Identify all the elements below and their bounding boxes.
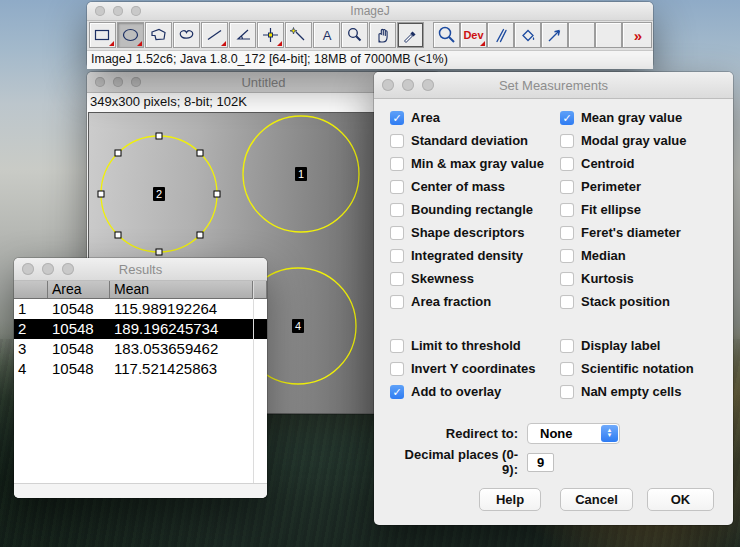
- checkbox-min-max-gray-value[interactable]: Min & max gray value: [390, 152, 560, 175]
- checkbox[interactable]: [560, 385, 574, 399]
- zoom-button[interactable]: [422, 79, 434, 91]
- checkbox-area[interactable]: Area: [390, 106, 560, 129]
- dropper-tool-button[interactable]: [397, 22, 424, 48]
- checkbox-center-of-mass[interactable]: Center of mass: [390, 175, 560, 198]
- checkbox-limit-to-threshold[interactable]: Limit to threshold: [390, 334, 560, 357]
- cell-area: 10548: [48, 339, 110, 359]
- freehand-tool-button[interactable]: [173, 22, 200, 48]
- point-tool-button[interactable]: [257, 22, 284, 48]
- checkbox-skewness[interactable]: Skewness: [390, 267, 560, 290]
- checkbox-kurtosis[interactable]: Kurtosis: [560, 267, 725, 290]
- bucket-tool-button[interactable]: [514, 22, 541, 48]
- checkbox[interactable]: [390, 339, 404, 353]
- checkbox[interactable]: [560, 272, 574, 286]
- checkbox-median[interactable]: Median: [560, 244, 725, 267]
- magnifier-icon: [345, 26, 365, 44]
- cell-mean: 117.521425863: [110, 359, 253, 379]
- checkbox[interactable]: [560, 226, 574, 240]
- dialog-titlebar[interactable]: Set Measurements: [374, 72, 733, 99]
- checkbox[interactable]: [560, 249, 574, 263]
- checkbox-bounding-rectangle[interactable]: Bounding rectangle: [390, 198, 560, 221]
- help-button[interactable]: Help: [479, 488, 541, 511]
- column-header-index[interactable]: [14, 281, 48, 298]
- checkbox[interactable]: [560, 134, 574, 148]
- checkbox[interactable]: [390, 362, 404, 376]
- redirect-select[interactable]: None ▲▼: [527, 423, 620, 444]
- minimize-button[interactable]: [42, 263, 54, 275]
- results-titlebar[interactable]: Results: [14, 258, 267, 281]
- polygon-tool-button[interactable]: [145, 22, 172, 48]
- more-tools-button[interactable]: »: [622, 22, 652, 48]
- minimize-button[interactable]: [113, 77, 123, 87]
- checkbox-mean-gray-value[interactable]: Mean gray value: [560, 106, 725, 129]
- ok-button[interactable]: OK: [647, 488, 714, 511]
- zoom-button[interactable]: [131, 77, 141, 87]
- checkbox[interactable]: [390, 272, 404, 286]
- checkbox[interactable]: [390, 203, 404, 217]
- checkbox-modal-gray-value[interactable]: Modal gray value: [560, 129, 725, 152]
- checkbox-invert-y-coordinates[interactable]: Invert Y coordinates: [390, 357, 560, 380]
- hand-tool-button[interactable]: [369, 22, 396, 48]
- checkbox-shape-descriptors[interactable]: Shape descriptors: [390, 221, 560, 244]
- checkbox-add-to-overlay[interactable]: Add to overlay: [390, 380, 560, 403]
- table-row[interactable]: 3 10548 183.053659462: [14, 339, 267, 359]
- checkbox[interactable]: [390, 295, 404, 309]
- checkbox-display-label[interactable]: Display label: [560, 334, 725, 357]
- cancel-button[interactable]: Cancel: [560, 488, 633, 511]
- checkbox[interactable]: [560, 157, 574, 171]
- oval-tool-button[interactable]: [117, 22, 144, 48]
- checkbox-integrated-density[interactable]: Integrated density: [390, 244, 560, 267]
- checkbox[interactable]: [390, 134, 404, 148]
- bucket-icon: [518, 26, 538, 44]
- angle-tool-button[interactable]: [229, 22, 256, 48]
- checkbox[interactable]: [390, 249, 404, 263]
- scrollbar-track[interactable]: [253, 281, 254, 484]
- empty-tool-slot[interactable]: [568, 22, 595, 48]
- wand-tool-button[interactable]: [285, 22, 312, 48]
- checkbox[interactable]: [560, 295, 574, 309]
- minimize-button[interactable]: [402, 79, 414, 91]
- checkbox[interactable]: [390, 180, 404, 194]
- table-row[interactable]: 1 10548 115.989192264: [14, 299, 267, 319]
- checkbox[interactable]: [390, 226, 404, 240]
- zoom-tool-button[interactable]: [341, 22, 368, 48]
- close-button[interactable]: [22, 263, 34, 275]
- checkbox[interactable]: [560, 362, 574, 376]
- checkbox[interactable]: [390, 385, 404, 399]
- imagej-titlebar[interactable]: ImageJ: [87, 2, 653, 21]
- zoom-button[interactable]: [131, 6, 141, 16]
- checkbox-ferets-diameter[interactable]: Feret's diameter: [560, 221, 725, 244]
- checkbox-centroid[interactable]: Centroid: [560, 152, 725, 175]
- checkbox-stack-position[interactable]: Stack position: [560, 290, 725, 313]
- rectangle-tool-button[interactable]: [89, 22, 116, 48]
- checkbox-scientific-notation[interactable]: Scientific notation: [560, 357, 725, 380]
- close-button[interactable]: [95, 6, 105, 16]
- column-header-mean[interactable]: Mean: [110, 281, 253, 298]
- close-button[interactable]: [382, 79, 394, 91]
- zoom-button[interactable]: [62, 263, 74, 275]
- decimal-places-input[interactable]: [527, 453, 554, 472]
- checkbox-standard-deviation[interactable]: Standard deviation: [390, 129, 560, 152]
- checkbox-nan-empty-cells[interactable]: NaN empty cells: [560, 380, 725, 403]
- checkbox[interactable]: [390, 111, 404, 125]
- checkbox-perimeter[interactable]: Perimeter: [560, 175, 725, 198]
- text-tool-button[interactable]: A: [313, 22, 340, 48]
- column-header-area[interactable]: Area: [48, 281, 110, 298]
- checkbox[interactable]: [560, 180, 574, 194]
- arrow-tool-button[interactable]: [541, 22, 568, 48]
- brush-tool-button[interactable]: [487, 22, 514, 48]
- empty-tool-slot[interactable]: [595, 22, 622, 48]
- dev-menu-button[interactable]: Dev: [460, 22, 487, 48]
- line-tool-button[interactable]: [201, 22, 228, 48]
- checkbox[interactable]: [390, 157, 404, 171]
- checkbox-area-fraction[interactable]: Area fraction: [390, 290, 560, 313]
- checkbox[interactable]: [560, 339, 574, 353]
- magnifier-action-button[interactable]: [433, 22, 460, 48]
- table-row[interactable]: 4 10548 117.521425863: [14, 359, 267, 379]
- checkbox-fit-ellipse[interactable]: Fit ellipse: [560, 198, 725, 221]
- close-button[interactable]: [95, 77, 105, 87]
- table-row[interactable]: 2 10548 189.196245734: [14, 319, 267, 339]
- checkbox[interactable]: [560, 203, 574, 217]
- minimize-button[interactable]: [113, 6, 123, 16]
- checkbox[interactable]: [560, 111, 574, 125]
